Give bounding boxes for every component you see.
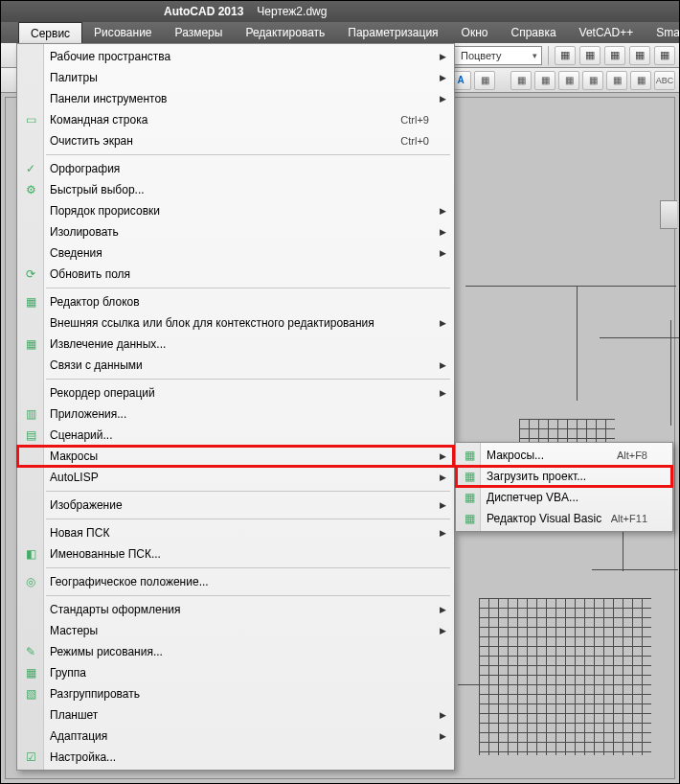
menu-item[interactable]: ✎Режимы рисования... [17, 641, 454, 662]
menu-item[interactable]: ▤Сценарий... [17, 425, 454, 446]
menu-item[interactable]: Макросы▶ [17, 446, 454, 467]
menu-item[interactable]: Очистить экранCtrl+0 [17, 130, 454, 151]
tool-button[interactable]: ▦ [629, 46, 650, 65]
menu-item[interactable]: ▦Извлечение данных... [17, 334, 454, 355]
tool-button[interactable]: ABC [654, 71, 675, 90]
menu-item-icon: ▧ [22, 687, 39, 701]
menu-parametrization[interactable]: Параметризация [336, 22, 449, 43]
submenu-item[interactable]: ▦Макросы...Alt+F8 [456, 445, 672, 466]
menu-separator [46, 595, 450, 596]
menu-item[interactable]: Палитры▶ [17, 67, 454, 88]
menu-item[interactable]: Изолировать▶ [17, 221, 454, 242]
tool-button[interactable]: ▦ [555, 46, 576, 65]
menu-item-label: Связи с данными [50, 358, 429, 372]
menu-item[interactable]: ⚙Быстрый выбор... [17, 179, 454, 200]
tool-button[interactable]: ▦ [604, 46, 625, 65]
menu-item[interactable]: ☑Настройка... [17, 747, 454, 768]
submenu-item[interactable]: ▦Диспетчер VBA... [456, 487, 672, 508]
menu-item-label: Сценарий... [50, 428, 429, 442]
menu-item[interactable]: Рабочие пространства▶ [17, 46, 454, 67]
menu-item-icon: ▦ [22, 666, 39, 680]
menu-drawing[interactable]: Рисование [82, 22, 163, 43]
menu-item[interactable]: Связи с данными▶ [17, 355, 454, 376]
menu-item[interactable]: ◧Именованные ПСК... [17, 543, 454, 565]
submenu-item[interactable]: ▦Загрузить проект... [456, 466, 672, 487]
submenu-arrow-icon: ▶ [440, 73, 446, 82]
menu-vetcad[interactable]: VetCAD++ [568, 22, 646, 43]
menu-item[interactable]: Панели инструментов▶ [17, 88, 454, 109]
menu-separator [46, 567, 450, 568]
menu-separator [46, 379, 450, 380]
tool-button[interactable]: ▦ [606, 71, 627, 90]
menu-item-label: Макросы [50, 450, 429, 463]
menu-item[interactable]: Рекордер операций▶ [17, 382, 454, 404]
menu-item-label: Очистить экран [50, 134, 400, 148]
drawing-line [465, 286, 676, 287]
tool-button[interactable]: ▦ [534, 71, 555, 90]
menu-item[interactable]: Порядок прорисовки▶ [17, 200, 454, 221]
menu-item[interactable]: Изображение▶ [17, 495, 454, 516]
submenu-arrow-icon: ▶ [440, 500, 446, 510]
menu-item-icon: ▦ [461, 491, 478, 504]
separator [548, 46, 549, 65]
submenu-macros: ▦Макросы...Alt+F8▦Загрузить проект...▦Ди… [455, 442, 673, 532]
submenu-arrow-icon: ▶ [440, 94, 446, 104]
menu-dimensions[interactable]: Размеры [164, 22, 235, 43]
tool-button[interactable]: ▦ [582, 71, 603, 90]
menu-smartline[interactable]: SmartLine [645, 22, 680, 43]
menu-item[interactable]: ◎Географическое положение... [17, 571, 454, 592]
menu-item[interactable]: ▭Командная строкаCtrl+9 [17, 109, 454, 130]
menu-item[interactable]: Сведения▶ [17, 242, 454, 264]
menu-item[interactable]: Планшет▶ [17, 704, 454, 726]
menu-item[interactable]: ▦Группа [17, 662, 454, 683]
menu-item[interactable]: ▦Редактор блоков [17, 291, 454, 312]
menu-item[interactable]: Новая ПСК▶ [17, 522, 454, 543]
menu-dropdown-service: Рабочие пространства▶Палитры▶Панели инст… [16, 43, 455, 771]
menu-item-icon: ▥ [22, 407, 39, 421]
menu-item-label: Быстрый выбор... [50, 183, 429, 196]
tool-button[interactable]: ▦ [510, 71, 532, 90]
tool-button[interactable]: ▦ [474, 71, 495, 90]
menu-item[interactable]: Мастеры▶ [17, 620, 454, 641]
menu-edit[interactable]: Редактировать [234, 22, 336, 43]
submenu-arrow-icon: ▶ [440, 731, 446, 741]
document-name: Чертеж2.dwg [257, 5, 327, 18]
tool-button[interactable]: ▦ [630, 71, 651, 90]
menu-item[interactable]: Внешняя ссылка или блок для контекстного… [17, 312, 454, 334]
menu-item-label: Внешняя ссылка или блок для контекстного… [50, 316, 429, 330]
menu-item-shortcut: Ctrl+9 [400, 114, 429, 126]
menu-item-label: Обновить поля [50, 267, 429, 281]
submenu-arrow-icon: ▶ [440, 451, 446, 461]
menu-item-label: Мастеры [50, 624, 429, 637]
menu-item[interactable]: ▥Приложения... [17, 404, 454, 425]
menu-window[interactable]: Окно [450, 22, 500, 43]
menu-item-label: Порядок прорисовки [50, 204, 429, 218]
menu-item-label: Командная строка [50, 113, 400, 127]
menu-help[interactable]: Справка [500, 22, 568, 43]
menu-item-label: Рекордер операций [50, 386, 429, 400]
submenu-arrow-icon: ▶ [440, 473, 446, 482]
drawing-line [600, 337, 679, 338]
tool-button[interactable]: ▦ [579, 46, 601, 65]
menu-item[interactable]: ⟳Обновить поля [17, 264, 454, 285]
menu-service[interactable]: Сервис [18, 22, 82, 43]
menu-item[interactable]: ✓Орфография [17, 158, 454, 179]
submenu-arrow-icon: ▶ [440, 206, 446, 216]
app-name: AutoCAD 2013 [164, 5, 243, 18]
menu-item-label: Рабочие пространства [50, 50, 429, 63]
menu-item-icon: ⚙ [22, 183, 39, 196]
palette-handle[interactable] [660, 200, 677, 229]
tool-button[interactable]: ▦ [558, 71, 579, 90]
submenu-item[interactable]: ▦Редактор Visual BasicAlt+F11 [456, 508, 672, 529]
menu-item[interactable]: AutoLISP▶ [17, 467, 454, 488]
menu-item-label: Изображение [50, 498, 429, 512]
tool-button[interactable]: ▦ [654, 46, 675, 65]
menu-item-icon: ☑ [22, 750, 39, 764]
menu-item-label: Именованные ПСК... [50, 547, 429, 561]
submenu-arrow-icon: ▶ [440, 710, 446, 720]
menu-item[interactable]: ▧Разгруппировать [17, 683, 454, 704]
menu-item[interactable]: Стандарты оформления▶ [17, 599, 454, 620]
menu-item[interactable]: Адаптация▶ [17, 726, 454, 747]
menu-item-shortcut: Alt+F11 [611, 513, 647, 524]
menu-item-label: Редактор Visual Basic [487, 512, 611, 525]
